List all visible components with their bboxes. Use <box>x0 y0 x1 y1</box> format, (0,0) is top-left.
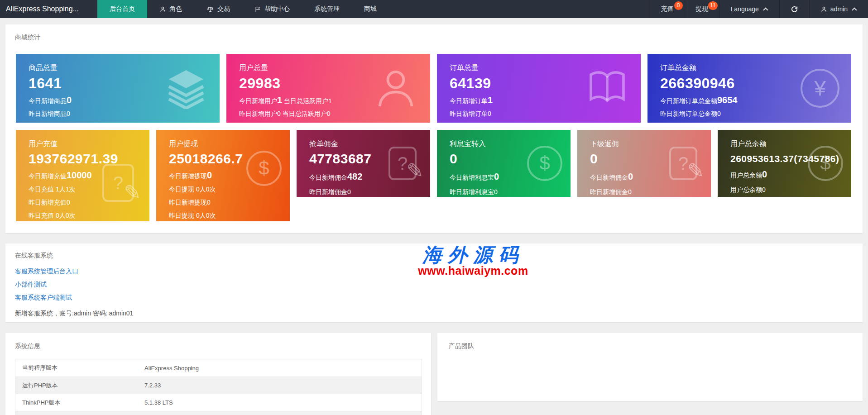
service-panel-title: 在线客服系统 <box>15 252 53 260</box>
top-navbar: AliExpress Shopping... 后台首页 角色 交易 帮助中心 系… <box>0 0 868 18</box>
system-info-panel: 系统信息 当前程序版本 AliExpress Shopping 运行PHP版本 … <box>5 333 431 415</box>
service-client-test-link[interactable]: 客服系统客户端测试 <box>15 294 133 302</box>
team-panel: 产品团队 <box>437 333 863 401</box>
stats-panel: 商城统计 商品总量 1641 今日新增商品0 昨日新增商品0 用户总量 2998… <box>5 24 863 233</box>
table-row: 运行PHP版本 7.2.33 <box>15 377 422 394</box>
language-dropdown[interactable]: Language <box>719 0 779 18</box>
recharge-button[interactable]: 充值 0 <box>650 0 685 18</box>
chevron-up-icon <box>763 7 768 12</box>
system-info-title: 系统信息 <box>15 342 40 350</box>
dollar-circle-icon: $ <box>808 146 843 181</box>
watermark-url-text: www.haiwaiym.com <box>376 265 571 277</box>
stat-card-order-commission: 抢单佣金 47783687 今日新增佣金482 昨日新增佣金0 ?✎ <box>297 130 430 197</box>
table-row: 当前程序版本 AliExpress Shopping <box>15 359 422 377</box>
main-menu: 后台首页 角色 交易 帮助中心 系统管理 商城 <box>97 0 389 18</box>
withdraw-button[interactable]: 提现 11 <box>685 0 719 18</box>
user-icon <box>159 6 166 13</box>
stat-card-user-recharge: 用户充值 193762971.39 今日新增充值10000 今日充值 1人1次 … <box>16 130 149 221</box>
dashboard-page: { "colors": { "navbar_bg": "#2b313c", "a… <box>0 0 868 415</box>
table-row <box>15 411 422 415</box>
app-title: AliExpress Shopping... <box>0 0 97 18</box>
stat-card-user-withdraw: 用户提现 25018266.7 今日新增提现0 今日提现 0人0次 昨日新增提现… <box>156 130 290 221</box>
navbar-right: 充值 0 提现 11 Language admin <box>650 0 868 18</box>
user-icon <box>820 6 827 13</box>
stat-card-users-total: 用户总量 29983 今日新增用户1 当日总活跃用户1 昨日新增用户0 当日总活… <box>226 54 430 123</box>
watermark-cn-text: 海外源码 <box>376 245 571 265</box>
stat-card-orders-amount: 订单总金额 266390946 今日新增订单总金额9654 昨日新增订单总金额0… <box>647 54 851 123</box>
menu-item-help-center[interactable]: 帮助中心 <box>242 0 302 18</box>
chevron-up-icon <box>852 7 857 12</box>
edit-doc-icon: ?✎ <box>669 147 697 180</box>
book-icon <box>585 66 629 111</box>
edit-doc-icon: ?✎ <box>388 147 417 180</box>
system-info-table: 当前程序版本 AliExpress Shopping 运行PHP版本 7.2.3… <box>15 359 422 415</box>
user-icon <box>373 65 418 112</box>
menu-item-system[interactable]: 系统管理 <box>302 0 352 18</box>
withdraw-badge: 11 <box>708 1 717 10</box>
watermark: 海外源码 www.haiwaiym.com <box>376 245 571 277</box>
yen-circle-icon: ¥ <box>801 69 839 108</box>
layers-icon <box>164 66 208 111</box>
stat-card-orders-total: 订单总量 64139 今日新增订单1 昨日新增订单0 <box>437 54 641 123</box>
dollar-circle-icon: $ <box>527 146 562 181</box>
menu-item-mall[interactable]: 商城 <box>352 0 389 18</box>
service-account-note: 新增客服系统，账号:admin 密码: admin01 <box>15 310 133 318</box>
menu-item-roles[interactable]: 角色 <box>147 0 194 18</box>
refresh-icon <box>791 5 798 13</box>
dollar-circle-icon: $ <box>246 151 282 186</box>
menu-item-transactions[interactable]: 交易 <box>194 0 242 18</box>
edit-doc-icon: ?✎ <box>102 164 134 202</box>
admin-dropdown[interactable]: admin <box>809 0 868 18</box>
stat-card-interest-transfer: 利息宝转入 0 今日新增利息宝0 昨日新增利息宝0 $ <box>437 130 571 197</box>
stats-panel-title: 商城统计 <box>15 33 40 42</box>
service-panel: 在线客服系统 客服系统管理后台入口 小部件测试 客服系统客户端测试 新增客服系统… <box>5 243 863 322</box>
menu-item-home[interactable]: 后台首页 <box>97 0 147 18</box>
stat-card-products-total: 商品总量 1641 今日新增商品0 昨日新增商品0 <box>16 54 220 123</box>
service-admin-entry-link[interactable]: 客服系统管理后台入口 <box>15 267 133 276</box>
scales-icon <box>206 6 214 13</box>
flag-icon <box>254 6 261 13</box>
table-row: ThinkPHP版本 5.1.38 LTS <box>15 394 422 411</box>
team-panel-title: 产品团队 <box>449 342 474 350</box>
recharge-badge: 0 <box>674 1 683 10</box>
stat-card-user-balance: 用户总余额 260953613.37(7345786) 用户总余额0 用户总余额… <box>718 130 851 197</box>
refresh-button[interactable] <box>779 0 809 18</box>
widget-test-link[interactable]: 小部件测试 <box>15 281 133 289</box>
stat-card-sub-rebate: 下级返佣 0 今日新增佣金0 昨日新增佣金0 ?✎ <box>577 130 711 197</box>
